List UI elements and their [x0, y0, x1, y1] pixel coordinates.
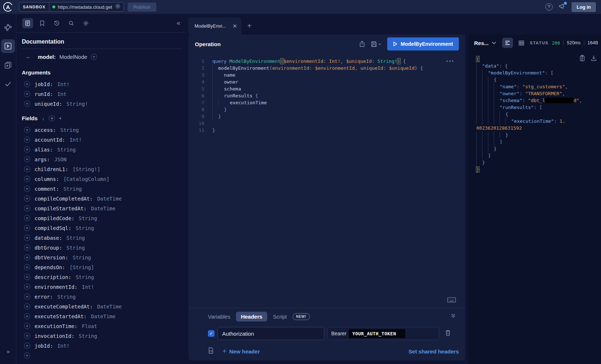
schema-field-row[interactable]: +dependsOn:[String] [22, 264, 186, 271]
keyboard-shortcuts-icon[interactable] [447, 297, 456, 304]
schema-field-row[interactable]: +executeCompletedAt:DateTime [22, 303, 186, 310]
response-title[interactable]: Res... [474, 40, 489, 46]
header-value-field[interactable]: Bearer YOUR_AUTH_TOKEN [327, 327, 439, 340]
add-field-icon[interactable]: + [24, 146, 30, 153]
add-field-icon[interactable]: + [24, 205, 30, 211]
add-field-icon[interactable]: + [24, 156, 30, 162]
help-icon[interactable]: ? [545, 3, 553, 11]
schema-field-row[interactable]: +columns:[CatalogColumn] [22, 175, 186, 182]
schema-graph-icon[interactable] [1, 20, 15, 34]
tab-headers[interactable]: Headers [236, 312, 267, 321]
new-tab-icon[interactable]: + [247, 22, 252, 30]
schema-field-row[interactable]: +alias:String [22, 146, 186, 153]
explorer-icon[interactable] [1, 39, 15, 53]
endpoint-url[interactable]: https://metadata.cloud.get [58, 4, 112, 10]
history-icon[interactable] [51, 18, 62, 28]
tab-variables[interactable]: Variables [208, 314, 230, 320]
add-field-icon[interactable]: + [24, 91, 30, 97]
add-field-icon[interactable]: + [24, 215, 30, 221]
add-field-icon[interactable]: + [24, 313, 30, 319]
checks-icon[interactable] [1, 77, 15, 91]
endpoint-url-input[interactable]: https://metadata.cloud.get [49, 3, 124, 11]
schema-field-row[interactable]: +compiledCode:String [22, 215, 186, 222]
add-field-icon[interactable]: + [24, 274, 30, 280]
sort-fields-icon[interactable]: ↓ [42, 116, 44, 121]
schema-field-row[interactable]: +database:String [22, 234, 186, 241]
add-field-icon[interactable]: + [24, 195, 30, 202]
tab-modelbyenvironment[interactable]: ModelByEnvi... ✕ [188, 17, 241, 35]
environment-variables-icon[interactable] [208, 347, 214, 355]
add-field-icon[interactable]: + [24, 254, 30, 260]
header-enabled-checkbox[interactable]: ✓ [208, 330, 215, 337]
editor-code[interactable]: 1query ModelByEnvironment($environmentId… [188, 58, 465, 134]
schema-field-row[interactable]: +uniqueId:String! [22, 100, 186, 107]
delete-header-icon[interactable] [445, 329, 451, 337]
schema-field-row[interactable]: +environmentId:Int! [22, 283, 186, 290]
add-field-icon[interactable]: + [24, 294, 30, 300]
add-field-icon[interactable]: + [24, 81, 30, 87]
schema-field-row[interactable]: +invocationId:String [22, 332, 186, 339]
schema-field-row[interactable]: +executionTime:Float [22, 323, 186, 329]
formatted-view-icon[interactable] [502, 38, 513, 48]
announcements-icon[interactable] [558, 3, 566, 11]
schema-field-row[interactable]: +compileStartedAt:DateTime [22, 205, 186, 212]
collapse-bottom-panel-icon[interactable] [450, 313, 456, 320]
save-operation-icon[interactable] [371, 41, 381, 47]
schema-field-row[interactable]: +jobId:Int! [22, 81, 186, 88]
share-operation-icon[interactable] [359, 41, 365, 47]
auth-token-value[interactable]: YOUR_AUTH_TOKEN [349, 329, 405, 338]
schema-field-row[interactable]: +runId:Int [22, 90, 186, 97]
add-field-icon[interactable]: + [24, 166, 30, 172]
add-field-icon[interactable]: + [24, 244, 30, 251]
schema-field-row[interactable]: +comment:String [22, 185, 186, 192]
add-field-icon[interactable]: + [24, 235, 30, 241]
back-arrow-icon[interactable]: ← [25, 53, 31, 60]
collapse-docs-icon[interactable]: « [177, 19, 180, 27]
add-all-fields-icon[interactable]: + [49, 115, 55, 121]
add-field-icon[interactable]: + [24, 284, 30, 290]
add-field-icon[interactable]: + [24, 352, 30, 359]
documentation-tab-icon[interactable] [22, 18, 33, 28]
add-field-icon[interactable]: + [24, 323, 30, 329]
query-editor[interactable]: 1query ModelByEnvironment($environmentId… [188, 53, 465, 308]
search-icon[interactable] [66, 18, 77, 28]
publish-button[interactable]: Publish [128, 3, 156, 12]
add-field-icon[interactable]: + [24, 303, 30, 310]
schema-field-row[interactable]: +jobId:Int! [22, 342, 186, 349]
new-header-button[interactable]: + New header [223, 348, 260, 355]
schema-field-row[interactable]: +compiledSql:String [22, 225, 186, 231]
add-field-icon[interactable]: + [24, 101, 30, 107]
settings-gear-icon[interactable] [80, 18, 91, 28]
bookmarks-icon[interactable] [37, 18, 48, 28]
sandbox-pages-icon[interactable] [1, 58, 15, 72]
download-response-icon[interactable] [591, 55, 597, 63]
schema-field-row[interactable]: +accountId:Int! [22, 136, 186, 143]
add-field-icon[interactable]: + [24, 176, 30, 182]
schema-field-row[interactable]: +args:JSON [22, 156, 186, 163]
schema-field-row[interactable]: +dbtGroup:String [22, 244, 186, 251]
add-field-icon[interactable]: + [24, 127, 30, 133]
set-shared-headers-link[interactable]: Set shared headers [409, 348, 459, 355]
schema-field-row[interactable]: +childrenL1:[String!] [22, 166, 186, 173]
add-field-icon[interactable]: + [24, 225, 30, 231]
editor-overflow-menu-icon[interactable]: ••• [446, 58, 454, 64]
add-field-icon[interactable]: + [24, 264, 30, 270]
schema-field-row[interactable]: +access:String [22, 126, 186, 133]
add-field-icon[interactable]: + [24, 137, 30, 143]
schema-field-row[interactable]: +compileCompletedAt:DateTime [22, 195, 186, 202]
apollo-logo[interactable]: A [3, 2, 13, 12]
close-tab-icon[interactable]: ✕ [232, 23, 237, 29]
add-type-icon[interactable]: + [91, 54, 97, 60]
add-field-icon[interactable]: + [24, 343, 30, 349]
breadcrumb-type[interactable]: ModelNode [59, 54, 87, 60]
chevron-down-icon[interactable]: ▾ [59, 116, 61, 120]
schema-field-row[interactable]: + [22, 352, 186, 359]
schema-field-row[interactable]: +dbtVersion:String [22, 254, 186, 261]
tab-script[interactable]: Script [273, 314, 287, 320]
response-dropdown-chevron-icon[interactable] [492, 40, 496, 46]
run-operation-button[interactable]: ModelByEnvironment [387, 37, 459, 50]
add-field-icon[interactable]: + [24, 186, 30, 192]
expand-rail-icon[interactable]: » [0, 348, 16, 355]
login-button[interactable]: Log in [572, 2, 596, 12]
connection-settings-gear-icon[interactable] [115, 3, 121, 11]
